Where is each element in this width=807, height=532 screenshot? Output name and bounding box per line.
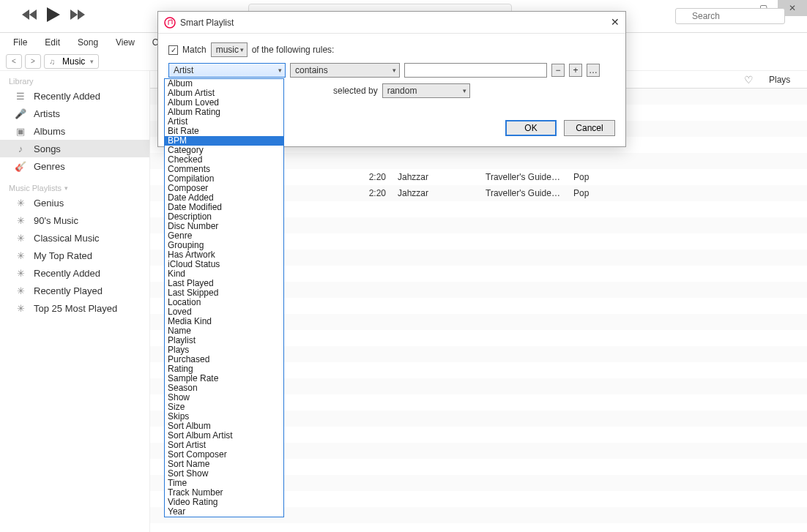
sidebar-playlist-recently-played[interactable]: ✳Recently Played (0, 282, 149, 299)
svg-marker-3 (70, 10, 78, 20)
nav-back-button[interactable]: < (6, 54, 22, 69)
match-checkbox[interactable]: ✓ (168, 45, 178, 55)
chevron-down-icon: ▾ (64, 184, 68, 192)
match-label: Match (182, 45, 207, 55)
dialog-close-button[interactable]: ✕ (608, 15, 622, 29)
menu-song[interactable]: Song (70, 36, 105, 49)
library-selector-label: Music (62, 56, 85, 67)
gear-icon: ✳ (15, 285, 26, 296)
sidebar-playlist-genius[interactable]: ✳Genius (0, 194, 149, 211)
sidebar-item-genres[interactable]: 🎸Genres (0, 157, 149, 175)
rule-field-dropdown[interactable]: AlbumAlbum ArtistAlbum LovedAlbum Rating… (164, 78, 284, 517)
dropdown-option[interactable]: Year (165, 507, 283, 517)
heart-icon[interactable]: ♡ (744, 74, 754, 86)
gear-icon: ✳ (15, 302, 26, 314)
sidebar-item-albums[interactable]: ▣Albums (0, 122, 149, 140)
sidebar-playlist-top-rated[interactable]: ✳My Top Rated (0, 247, 149, 264)
note-icon: ♪ (15, 143, 26, 154)
sidebar-playlist-recently-added[interactable]: ✳Recently Added (0, 264, 149, 282)
disc-icon: ▣ (15, 125, 26, 137)
column-plays[interactable]: Plays (763, 75, 807, 85)
search-input[interactable] (675, 8, 785, 24)
chevron-down-icon: ▾ (463, 87, 466, 94)
next-track-icon[interactable] (70, 10, 85, 23)
cancel-button[interactable]: Cancel (564, 120, 615, 136)
menu-view[interactable]: View (108, 36, 142, 49)
selected-by-label: selected by (333, 86, 378, 96)
ok-button[interactable]: OK (505, 120, 557, 136)
nav-forward-button[interactable]: > (25, 54, 41, 69)
chevron-down-icon: ▾ (240, 46, 244, 53)
sidebar-playlist-classical[interactable]: ✳Classical Music (0, 229, 149, 247)
sidebar-item-recently-added[interactable]: ☰Recently Added (0, 87, 149, 105)
gear-icon: ✳ (15, 214, 26, 226)
dialog-title: Smart Playlist (180, 18, 234, 28)
sidebar: Library ☰Recently Added 🎤Artists ▣Albums… (0, 71, 150, 532)
svg-marker-4 (78, 10, 85, 20)
add-rule-button[interactable]: + (569, 64, 582, 77)
svg-marker-0 (22, 10, 29, 20)
menu-file[interactable]: File (6, 36, 34, 49)
chevron-down-icon: ▾ (278, 67, 282, 74)
sidebar-item-songs[interactable]: ♪Songs (0, 140, 149, 157)
gear-icon: ✳ (15, 232, 26, 244)
music-note-icon: ♫ (49, 57, 55, 66)
rule-value-input[interactable] (404, 63, 547, 78)
sidebar-playlists-header[interactable]: Music Playlists▾ (0, 181, 149, 194)
rule-operator-select[interactable]: contains▾ (290, 63, 400, 78)
mic-icon: 🎤 (15, 108, 26, 119)
prev-track-icon[interactable] (22, 10, 37, 23)
rule-field-select[interactable]: Artist▾ (168, 63, 286, 78)
chevron-down-icon: ▾ (393, 67, 396, 74)
sidebar-library-header: Library (0, 74, 149, 87)
library-selector[interactable]: ♫ Music ▾ (44, 54, 99, 69)
gear-icon: ✳ (15, 267, 26, 279)
menu-edit[interactable]: Edit (37, 36, 67, 49)
sidebar-playlist-top25[interactable]: ✳Top 25 Most Played (0, 299, 149, 317)
chevron-down-icon: ▾ (90, 58, 94, 65)
list-icon: ☰ (15, 90, 26, 102)
itunes-icon (164, 17, 176, 29)
dialog-titlebar: Smart Playlist ✕ (158, 12, 625, 34)
match-suffix-label: of the following rules: (252, 45, 335, 55)
sidebar-item-artists[interactable]: 🎤Artists (0, 105, 149, 122)
more-rule-button[interactable]: … (587, 64, 600, 77)
sidebar-playlist-90s[interactable]: ✳90's Music (0, 211, 149, 229)
svg-point-6 (165, 18, 175, 28)
match-type-select[interactable]: music▾ (211, 42, 248, 57)
svg-marker-2 (47, 7, 60, 22)
svg-marker-1 (29, 10, 37, 20)
gear-icon: ✳ (15, 197, 26, 209)
guitar-icon: 🎸 (15, 160, 26, 172)
play-icon[interactable] (47, 7, 60, 25)
remove-rule-button[interactable]: − (551, 64, 565, 77)
gear-icon: ✳ (15, 250, 26, 261)
selected-by-select[interactable]: random▾ (382, 83, 470, 98)
